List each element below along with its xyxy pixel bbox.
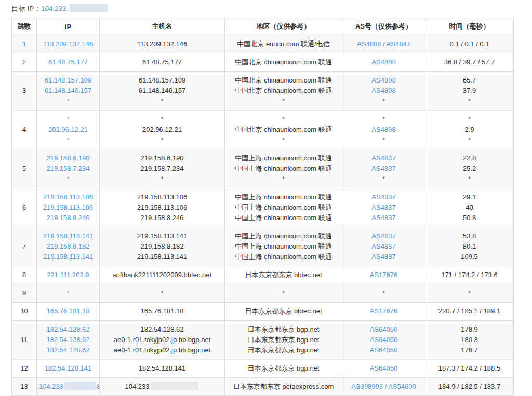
timeout-star: * <box>39 288 97 298</box>
hostname-cell: 104.233 <box>100 378 225 396</box>
timeout-star: * <box>344 174 423 184</box>
asn-link[interactable]: AS4837 <box>371 253 395 261</box>
ip-link[interactable]: 219.158.113.106 <box>43 203 94 211</box>
ip-link[interactable]: 61.48.75.177 <box>48 58 88 66</box>
asn-link[interactable]: AS64050 <box>370 364 398 372</box>
table-row: 13104.2338104.233日本东京都东京 petaexpress.com… <box>12 378 514 396</box>
ip-cell: 165.76.181.18 <box>37 303 100 321</box>
ip-link[interactable]: 165.76.181.18 <box>46 307 89 315</box>
ip-link[interactable]: 219.158.8.182 <box>46 242 89 250</box>
timeout-star: * <box>227 135 340 145</box>
asn-link[interactable]: AS64050 <box>370 346 398 354</box>
asn-link[interactable]: AS4847 <box>387 40 410 48</box>
asn-link[interactable]: AS4808 <box>357 40 381 48</box>
redacted-ip-segment <box>64 382 96 390</box>
asn-link[interactable]: AS4837 <box>371 214 395 222</box>
ip-link[interactable]: 219.158.113.106 <box>43 193 94 201</box>
ip-cell: 182.54.128.62182.54.128.62182.54.128.62 <box>37 321 100 360</box>
col-header-time: 时间（毫秒） <box>425 18 514 35</box>
asn-cell: AS4808 <box>342 53 425 72</box>
hostname-text: 219.158.113.141 <box>137 232 188 240</box>
hostname-cell: 113.209.132.146 <box>100 35 225 53</box>
asn-link[interactable]: AS398993 <box>351 383 383 390</box>
ip-link[interactable]: 219.158.8.246 <box>46 214 89 222</box>
timeout-star: * <box>227 174 340 184</box>
asn-link[interactable]: AS4808 <box>371 87 395 94</box>
hostname-text: 202.96.12.21 <box>142 126 182 133</box>
timeout-star: * <box>344 96 423 106</box>
time-cell: 171 / 174.2 / 173.6 <box>425 266 514 284</box>
timeout-star: * <box>39 135 97 145</box>
ip-link[interactable]: 202.96.12.21 <box>48 126 88 133</box>
hostname-text: 61.148.157.109 <box>139 76 185 84</box>
region-cell: 日本东京都东京 bbtec.net <box>225 303 342 321</box>
asn-link[interactable]: AS64050 <box>370 325 398 333</box>
ip-link[interactable]: 113.209.132.146 <box>43 40 94 48</box>
asn-cell: AS64050 <box>342 360 425 378</box>
asn-cell: AS64050AS64050AS64050 <box>342 321 425 360</box>
col-header-ip: IP <box>37 18 100 35</box>
timeout-star: * <box>39 174 97 184</box>
hostname-text: 219.158.113.141 <box>137 253 188 261</box>
col-header-asn: AS号（仅供参考） <box>342 18 425 35</box>
time-cell: 178.9180.3178.7 <box>425 321 514 360</box>
time-cell: 0.1 / 0.1 / 0.1 <box>425 35 514 53</box>
ip-cell: 219.158.113.106219.158.113.106219.158.8.… <box>37 188 100 227</box>
hop-cell: 4 <box>12 111 37 149</box>
hostname-cell: 219.158.6.190219.158.7.234* <box>100 149 225 188</box>
ip-link[interactable]: 182.54.128.141 <box>45 364 91 372</box>
region-cell: 中国上海 chinaunicom.com 联通中国上海 chinaunicom.… <box>225 149 342 188</box>
asn-link[interactable]: AS4808 <box>371 126 395 133</box>
ip-link[interactable]: 219.158.113.141 <box>43 232 94 240</box>
asn-link[interactable]: AS4837 <box>371 193 395 201</box>
hostname-cell: 182.54.128.62ae0-1.r01.tokyjp02.jp.bb.bg… <box>100 321 225 360</box>
hostname-cell: 219.158.113.141219.158.8.182219.158.113.… <box>100 227 225 266</box>
ip-link[interactable]: 221.111.202.9 <box>47 271 89 279</box>
asn-link[interactable]: AS4837 <box>371 203 395 211</box>
ip-link[interactable]: 182.54.128.62 <box>46 346 89 354</box>
timeout-star: * <box>227 114 340 125</box>
hostname-text: softbank221111202009.bbtec.net <box>113 271 211 279</box>
region-cell: 中国上海 chinaunicom.com 联通中国上海 chinaunicom.… <box>225 227 342 266</box>
asn-link[interactable]: AS64050 <box>370 336 398 344</box>
table-row: 261.48.75.17761.48.75.177中国北京 chinaunico… <box>12 53 514 72</box>
ip-link[interactable]: 182.54.128.62 <box>46 336 89 344</box>
table-row: 7219.158.113.141219.158.8.182219.158.113… <box>12 227 514 266</box>
region-cell: 中国北京 euncn.com 联通/电信 <box>225 35 342 53</box>
asn-link[interactable]: AS4837 <box>371 242 395 250</box>
asn-link[interactable]: AS54600 <box>388 383 416 390</box>
hostname-text: 61.48.75.177 <box>142 58 182 66</box>
asn-link[interactable]: AS4808 <box>371 76 395 84</box>
ip-link[interactable]: 61.148.157.109 <box>45 76 91 84</box>
table-row: 5219.158.6.190219.158.7.234*219.158.6.19… <box>12 149 514 188</box>
time-cell: 187.3 / 174.2 / 188.5 <box>425 360 514 378</box>
hop-cell: 9 <box>12 284 37 303</box>
asn-link[interactable]: AS4808 <box>371 58 395 66</box>
timeout-star: * <box>102 174 222 184</box>
region-cell: *中国北京 chinaunicom.com 联通* <box>225 111 342 149</box>
ip-link[interactable]: 219.158.7.234 <box>46 165 89 172</box>
ip-link[interactable]: 182.54.128.62 <box>46 325 89 333</box>
ip-link[interactable]: 104.233 <box>39 383 63 390</box>
hostname-text: ae0-1.r01.tokyjp02.jp.bb.bgp.net <box>114 336 210 344</box>
asn-link[interactable]: AS17676 <box>370 271 398 279</box>
timeout-star: * <box>227 96 340 106</box>
asn-cell: AS4837AS4837* <box>342 149 425 188</box>
ip-link[interactable]: 61.148.146.157 <box>45 87 91 94</box>
asn-cell: *AS4808* <box>342 111 425 149</box>
asn-link[interactable]: AS4837 <box>371 165 395 172</box>
asn-link[interactable]: AS17676 <box>370 307 398 315</box>
ip-link[interactable]: 219.158.113.141 <box>43 253 94 261</box>
timeout-star: * <box>102 135 222 145</box>
timeout-star: * <box>39 114 97 125</box>
ip-link[interactable]: 219.158.6.190 <box>46 154 89 162</box>
hostname-text: 219.158.8.182 <box>140 242 183 250</box>
asn-link[interactable]: AS4837 <box>371 232 395 240</box>
timeout-star: * <box>102 288 222 298</box>
hostname-cell: 61.148.157.10961.148.146.157* <box>100 72 225 111</box>
ip-link[interactable]: 8 <box>97 383 100 390</box>
hop-cell: 3 <box>12 72 37 111</box>
hostname-cell: 61.48.75.177 <box>100 53 225 72</box>
hostname-text: 113.209.132.146 <box>137 40 188 48</box>
asn-link[interactable]: AS4837 <box>371 154 395 162</box>
